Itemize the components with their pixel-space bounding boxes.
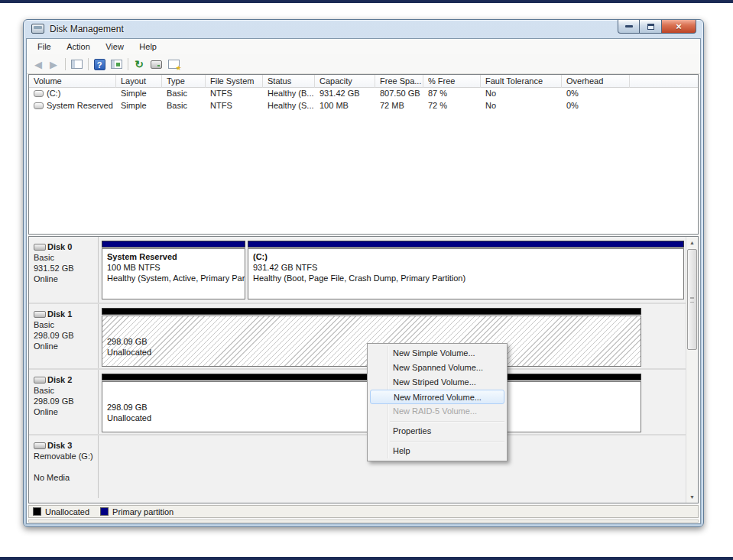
col-type[interactable]: Type: [162, 75, 206, 88]
partition-size: 100 MB NTFS: [107, 263, 161, 272]
volume-list-pane: Volume Layout Type File System Status Ca…: [28, 74, 699, 235]
disk3-status: No Media: [34, 473, 70, 482]
legend-unallocated: Unallocated: [33, 507, 89, 516]
table-row[interactable]: System Reserved Simple Basic NTFS Health…: [29, 100, 698, 112]
menu-separator: [390, 421, 504, 422]
graphical-view-pane: Disk 0 Basic 931.52 GB Online System Res…: [28, 236, 699, 503]
disk2-size: 298.09 GB: [34, 397, 74, 406]
cell-free: 807.50 GB: [375, 88, 423, 100]
menu-view[interactable]: View: [99, 39, 130, 54]
disk-rescan-icon[interactable]: [149, 57, 163, 71]
disk3-type: Removable (G:): [34, 452, 93, 461]
col-status[interactable]: Status: [263, 75, 315, 88]
maximize-button[interactable]: [640, 20, 662, 34]
volume-list-header: Volume Layout Type File System Status Ca…: [29, 75, 698, 88]
disk-icon: [34, 311, 46, 318]
menu-item-properties[interactable]: Properties: [368, 424, 507, 439]
col-fault-tolerance[interactable]: Fault Tolerance: [481, 75, 562, 88]
toolbar: ◀ ▶ ? ↻: [27, 54, 700, 74]
legend-primary-partition: Primary partition: [100, 507, 174, 516]
partition-status: Healthy (Boot, Page File, Crash Dump, Pr…: [253, 274, 465, 283]
vertical-scrollbar[interactable]: ▲ ▼: [686, 237, 698, 503]
add-snapin-icon[interactable]: [167, 57, 180, 71]
disk1-label[interactable]: Disk 1 Basic 298.09 GB Online: [29, 304, 99, 368]
disk3-label[interactable]: Disk 3 Removable (G:) No Media: [29, 435, 99, 498]
partition-name: (C:): [253, 251, 683, 262]
toolbar-separator: [88, 58, 89, 70]
unallocated-label: Unallocated: [107, 413, 151, 422]
cell-layout: Simple: [116, 100, 162, 112]
title-bar[interactable]: Disk Management ×: [24, 20, 703, 38]
cell-overhead: 0%: [562, 100, 630, 112]
cell-free: 72 MB: [375, 100, 423, 112]
disk-row-2: Disk 2 Basic 298.09 GB Online 298.09 GB …: [29, 370, 686, 435]
menu-file[interactable]: File: [31, 39, 57, 54]
back-icon[interactable]: ◀: [31, 57, 45, 71]
unallocated-swatch: [33, 507, 41, 516]
partition-system-reserved[interactable]: System Reserved 100 MB NTFS Healthy (Sys…: [102, 241, 245, 299]
cell-fs: NTFS: [206, 100, 263, 112]
cell-status: Healthy (S...: [263, 100, 315, 112]
menu-item-new-striped-volume[interactable]: New Striped Volume...: [368, 375, 507, 390]
page-background: Disk Management × File Action View Help …: [0, 0, 733, 560]
show-action-pane-icon[interactable]: [109, 57, 123, 71]
disk-row-3: Disk 3 Removable (G:) No Media: [29, 435, 686, 498]
status-bar: [28, 520, 699, 523]
cell-type: Basic: [162, 88, 206, 100]
menu-item-help[interactable]: Help: [368, 444, 507, 458]
bottom-border-strip: [0, 557, 733, 560]
scrollbar-thumb[interactable]: [687, 249, 697, 350]
top-border-strip: [0, 0, 733, 3]
cell-capacity: 100 MB: [315, 100, 375, 112]
disk-row-0: Disk 0 Basic 931.52 GB Online System Res…: [29, 237, 686, 304]
partition-c-drive[interactable]: (C:) 931.42 GB NTFS Healthy (Boot, Page …: [248, 241, 684, 299]
col-volume[interactable]: Volume: [29, 75, 116, 88]
toolbar-separator: [65, 58, 66, 70]
cell-capacity: 931.42 GB: [315, 88, 375, 100]
cell-overhead: 0%: [562, 88, 630, 100]
disk-row-1: Disk 1 Basic 298.09 GB Online 298.09 GB …: [29, 304, 686, 370]
cell-status: Healthy (B...: [263, 88, 315, 100]
show-console-tree-icon[interactable]: [70, 57, 83, 71]
volume-icon: [34, 90, 44, 97]
menu-item-new-mirrored-volume[interactable]: New Mirrored Volume...: [370, 390, 504, 404]
help-icon[interactable]: ?: [92, 57, 106, 71]
col-overhead[interactable]: Overhead: [562, 75, 630, 88]
col-capacity[interactable]: Capacity: [315, 75, 375, 88]
cell-volume: (C:): [47, 89, 60, 98]
cell-pct-free: 72 %: [423, 100, 481, 112]
disk2-type: Basic: [34, 386, 54, 395]
scroll-up-icon[interactable]: ▲: [686, 237, 698, 248]
cell-type: Basic: [162, 100, 206, 112]
close-icon: ×: [676, 21, 682, 32]
disk-management-app-icon: [31, 24, 44, 34]
close-button[interactable]: ×: [662, 20, 696, 34]
table-row[interactable]: (C:) Simple Basic NTFS Healthy (B... 931…: [29, 88, 698, 100]
col-file-system[interactable]: File System: [206, 75, 263, 88]
menu-item-new-simple-volume[interactable]: New Simple Volume...: [368, 346, 507, 361]
disk2-label[interactable]: Disk 2 Basic 298.09 GB Online: [29, 370, 99, 434]
minimize-icon: [625, 25, 633, 28]
disk1-type: Basic: [34, 320, 54, 329]
menu-action[interactable]: Action: [60, 39, 96, 54]
partition-name: System Reserved: [107, 251, 245, 262]
col-pct-free[interactable]: % Free: [423, 75, 481, 88]
legend-label: Primary partition: [112, 507, 174, 516]
cell-volume: System Reserved: [47, 101, 113, 110]
menu-help[interactable]: Help: [133, 39, 163, 54]
disk0-label[interactable]: Disk 0 Basic 931.52 GB Online: [29, 237, 99, 303]
forward-icon[interactable]: ▶: [47, 57, 60, 71]
col-free-space[interactable]: Free Spa...: [375, 75, 423, 88]
disk0-type: Basic: [34, 253, 54, 262]
scroll-down-icon[interactable]: ▼: [686, 491, 698, 503]
unallocated-color-bar: [102, 308, 641, 315]
disk2-status: Online: [34, 407, 58, 416]
cell-layout: Simple: [116, 88, 162, 100]
unallocated-label: Unallocated: [107, 348, 151, 357]
minimize-button[interactable]: [618, 20, 640, 34]
toolbar-separator: [128, 58, 128, 70]
context-menu: New Simple Volume... New Spanned Volume.…: [367, 343, 508, 461]
refresh-icon[interactable]: ↻: [132, 57, 146, 71]
col-layout[interactable]: Layout: [116, 75, 162, 88]
menu-item-new-spanned-volume[interactable]: New Spanned Volume...: [368, 361, 507, 375]
